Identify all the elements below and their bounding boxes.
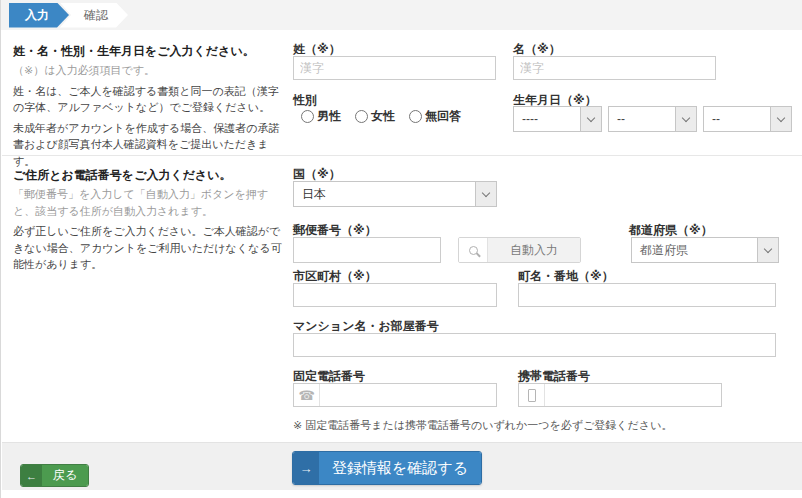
personal-note-1: 姓・名は、ご本人を確認する書類と同一の表記（漢字の字体、アルファベットなど）でご… [13,83,287,116]
birth-month-select[interactable]: -- [608,106,697,132]
country-value: 日本 [294,186,475,203]
address-heading: ご住所とお電話番号をご入力ください。 [13,166,287,184]
confirm-registration-button[interactable]: → 登録情報を確認する [292,451,482,485]
gender-option-female[interactable]: 女性 [355,108,395,125]
gender-option-noanswer[interactable]: 無回答 [409,108,461,125]
mobile-input[interactable] [545,384,721,406]
arrow-left-icon: ← [21,465,42,486]
birth-year-select[interactable]: ---- [513,106,602,132]
building-input[interactable] [293,333,776,357]
postal-code-input[interactable] [293,237,441,263]
mobile-input-group [518,383,722,407]
gender-radio-group: 男性 女性 無回答 [301,108,461,125]
gender-option-female-label: 女性 [371,108,395,125]
address-instructions: ご住所とお電話番号をご入力ください。 「郵便番号」を入力して「自動入力」ボタンを… [13,166,287,273]
chevron-down-icon [757,238,778,262]
gender-option-noanswer-label: 無回答 [425,108,461,125]
street-input[interactable] [518,283,776,307]
birth-month-value: -- [609,112,675,126]
birth-day-select[interactable]: -- [703,106,792,132]
phone-requirement-note: ※ 固定電話番号または携帯電話番号のいずれか一つを必ずご登録ください。 [293,418,672,433]
step-input[interactable]: 入力 [9,3,69,28]
city-input[interactable] [293,283,497,307]
chevron-down-icon [675,107,696,131]
gender-label: 性別 [293,92,317,109]
gender-radio-female[interactable] [355,110,368,123]
mobile-phone-icon [519,384,545,406]
personal-instructions: 姓・名・性別・生年月日をご入力ください。 （※）は入力必須項目です。 姓・名は、… [13,42,287,169]
step-confirm: 確認 [60,3,128,28]
prefecture-value: 都道府県 [632,242,757,259]
arrow-right-icon: → [293,452,319,484]
registration-form-page: 入力 確認 姓・名・性別・生年月日をご入力ください。 （※）は入力必須項目です。… [0,0,802,498]
gender-option-male-label: 男性 [317,108,341,125]
confirm-button-label: 登録情報を確認する [319,452,481,484]
chevron-down-icon [580,107,601,131]
gender-radio-male[interactable] [301,110,314,123]
personal-note-2: 未成年者がアカウントを作成する場合、保護者の承諾書および顔写真付本人確認資料をご… [13,120,287,170]
required-note: （※）は入力必須項目です。 [13,62,287,79]
chevron-down-icon [475,182,496,206]
gender-radio-noanswer[interactable] [409,110,422,123]
address-note-2: 必ず正しいご住所をご入力ください。ご本人確認ができない場合、アカウントをご利用い… [13,223,287,273]
autofill-button[interactable]: 自動入力 [458,237,581,263]
gender-option-male[interactable]: 男性 [301,108,341,125]
birth-year-value: ---- [514,112,580,126]
footer-bar: ← 戻る → 登録情報を確認する [2,442,802,490]
landline-input[interactable] [320,384,496,406]
autofill-button-label: 自動入力 [488,238,580,262]
landline-input-group: ☎ [293,383,497,407]
chevron-down-icon [770,107,791,131]
phone-icon: ☎ [294,384,320,406]
back-button[interactable]: ← 戻る [20,464,89,487]
address-note-1: 「郵便番号」を入力して「自動入力」ボタンを押すと、該当する住所が自動入力されます… [13,186,287,219]
birth-day-value: -- [704,112,770,126]
section-divider [2,155,802,156]
personal-heading: 姓・名・性別・生年月日をご入力ください。 [13,42,287,60]
last-name-input[interactable] [293,56,496,80]
back-button-label: 戻る [42,465,88,486]
first-name-input[interactable] [513,56,716,80]
country-select[interactable]: 日本 [293,181,497,207]
prefecture-select[interactable]: 都道府県 [631,237,779,263]
step-bar: 入力 確認 [1,0,802,30]
search-icon [459,238,488,262]
